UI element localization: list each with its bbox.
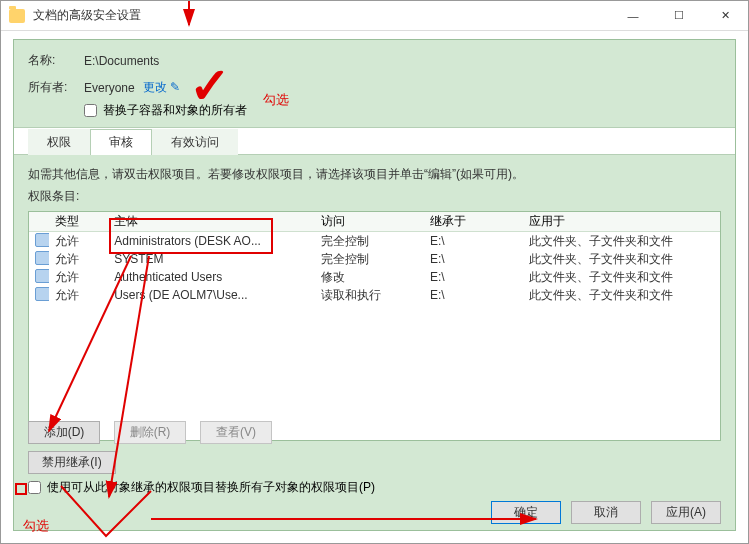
view-button: 查看(V)	[200, 421, 272, 444]
col-access[interactable]: 访问	[315, 213, 424, 230]
apply-button[interactable]: 应用(A)	[651, 501, 721, 524]
owner-label: 所有者:	[28, 79, 84, 96]
owner-value: Everyone	[84, 81, 135, 95]
entries-label: 权限条目:	[28, 188, 721, 205]
close-button[interactable]: ✕	[702, 1, 748, 31]
window-title: 文档的高级安全设置	[33, 7, 610, 24]
col-applies[interactable]: 应用于	[523, 213, 720, 230]
add-button[interactable]: 添加(D)	[28, 421, 100, 444]
tab-auditing[interactable]: 审核	[90, 129, 152, 155]
col-principal[interactable]: 主体	[108, 213, 315, 230]
change-owner-link[interactable]: 更改 ✎	[143, 79, 180, 96]
group-icon	[35, 269, 49, 283]
disable-inherit-button[interactable]: 禁用继承(I)	[28, 451, 116, 474]
replace-owner-checkbox-label: 替换子容器和对象的所有者	[103, 102, 247, 119]
remove-button: 删除(R)	[114, 421, 186, 444]
replace-owner-checkbox[interactable]	[84, 104, 97, 117]
folder-icon	[9, 9, 25, 23]
table-row[interactable]: 允许 Users (DE AOLM7\Use... 读取和执行 E:\ 此文件夹…	[29, 286, 720, 304]
maximize-button[interactable]: ☐	[656, 1, 702, 31]
pencil-icon: ✎	[170, 80, 180, 94]
group-icon	[35, 287, 49, 301]
replace-child-checkbox-label: 使用可从此对象继承的权限项目替换所有子对象的权限项目(P)	[47, 479, 375, 496]
replace-child-checkbox[interactable]	[28, 481, 41, 494]
group-icon	[35, 251, 49, 265]
tab-permissions[interactable]: 权限	[28, 129, 90, 155]
annotation-label: 勾选	[263, 91, 289, 109]
info-text: 如需其他信息，请双击权限项目。若要修改权限项目，请选择该项目并单击“编辑”(如果…	[28, 165, 721, 184]
body-panel: 名称: E:\Documents 所有者: Everyone 更改 ✎ 替换子容…	[13, 39, 736, 531]
cancel-button[interactable]: 取消	[571, 501, 641, 524]
minimize-button[interactable]: —	[610, 1, 656, 31]
permissions-grid[interactable]: 类型 主体 访问 继承于 应用于 允许 Administrators (DESK…	[28, 211, 721, 441]
group-icon	[35, 233, 49, 247]
tab-bar: 权限 审核 有效访问	[14, 127, 735, 155]
table-row[interactable]: 允许 SYSTEM 完全控制 E:\ 此文件夹、子文件夹和文件	[29, 250, 720, 268]
titlebar: 文档的高级安全设置 — ☐ ✕	[1, 1, 748, 31]
name-value: E:\Documents	[84, 54, 159, 68]
table-row[interactable]: 允许 Administrators (DESK AO... 完全控制 E:\ 此…	[29, 232, 720, 250]
col-type[interactable]: 类型	[49, 213, 108, 230]
annotation-label: 勾选	[23, 517, 49, 535]
ok-button[interactable]: 确定	[491, 501, 561, 524]
col-inherit[interactable]: 继承于	[424, 213, 523, 230]
tab-effective-access[interactable]: 有效访问	[152, 129, 238, 155]
name-label: 名称:	[28, 52, 84, 69]
table-row[interactable]: 允许 Authenticated Users 修改 E:\ 此文件夹、子文件夹和…	[29, 268, 720, 286]
